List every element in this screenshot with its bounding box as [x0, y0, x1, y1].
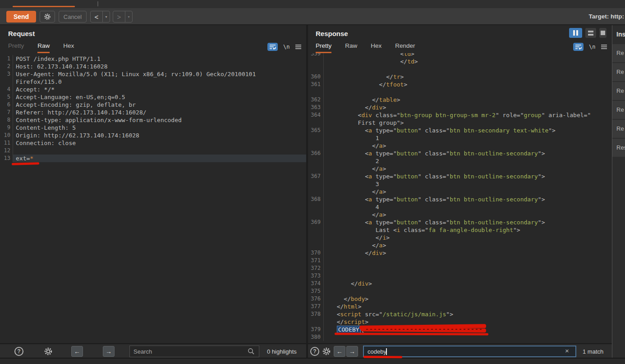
layout-rows-icon[interactable]: [585, 28, 596, 38]
line-number: 369: [308, 218, 321, 226]
response-panel: Response PrettyRawHexRender \n 359360361…: [308, 25, 612, 343]
code-line: </a>: [330, 211, 612, 218]
line-number: 5: [0, 93, 10, 101]
request-search-result-count: 0 highlights: [267, 348, 297, 355]
tab-pretty[interactable]: Pretty: [8, 42, 24, 53]
line-number: 375: [308, 287, 321, 295]
code-line: </body>: [330, 295, 612, 303]
code-line: ext=*: [13, 155, 306, 162]
code-line: </tr>: [330, 73, 612, 81]
line-number: 362: [308, 96, 321, 104]
word-wrap-icon[interactable]: [573, 43, 584, 51]
send-button[interactable]: Send: [6, 11, 36, 23]
request-panel-title: Request: [8, 30, 35, 37]
response-panel-title: Response: [316, 30, 348, 37]
line-number: 372: [308, 264, 321, 272]
line-number: 13: [0, 155, 10, 162]
request-search-input[interactable]: [129, 346, 259, 357]
code-line: [330, 65, 612, 73]
inspector-section-row[interactable]: Re: [612, 120, 625, 138]
code-line: </html>: [330, 303, 612, 310]
tab-pretty[interactable]: Pretty: [316, 42, 331, 53]
line-number: [308, 203, 321, 211]
line-number: 10: [0, 132, 10, 139]
cancel-button[interactable]: Cancel: [59, 11, 87, 23]
search-settings-icon[interactable]: [43, 346, 53, 356]
tab-hex[interactable]: Hex: [63, 42, 74, 53]
request-editor[interactable]: 12345678910111213 POST /index.php HTTP/1…: [0, 55, 306, 342]
search-match-highlight: CODEBY: [337, 326, 361, 333]
editor-menu-icon[interactable]: [295, 44, 302, 50]
line-number: 378: [308, 310, 321, 318]
tab-raw[interactable]: Raw: [37, 42, 50, 53]
line-number: [308, 226, 321, 234]
code-line: Content-Length: 5: [16, 124, 306, 132]
line-number: 6: [0, 101, 10, 109]
inspector-section-row[interactable]: Res: [612, 139, 625, 157]
inspector-title: Ins: [616, 31, 625, 38]
response-code: <td> </td> </tr> </tfoot> </table> </div…: [324, 53, 612, 341]
line-number: 7: [0, 109, 10, 116]
line-number: 368: [308, 196, 321, 203]
repeater-toolbar: Send Cancel < ▾ > ▾ Target: http:: [0, 8, 625, 25]
code-line: Host: 62.173.140.174:16028: [16, 63, 306, 70]
response-search-input[interactable]: [363, 346, 576, 357]
clear-search-icon[interactable]: ×: [565, 347, 569, 355]
show-newlines-icon[interactable]: \n: [283, 44, 290, 50]
code-line: Accept-Language: en-US,en;q=0.5: [16, 93, 306, 101]
code-line: Firefox/115.0: [16, 78, 306, 86]
line-number: 4: [0, 86, 10, 93]
next-match-button[interactable]: →: [103, 346, 115, 357]
line-number: 366: [308, 150, 321, 157]
line-number: 377: [308, 303, 321, 310]
code-line: [330, 88, 612, 96]
back-arrow-label: <: [91, 11, 102, 22]
request-code: POST /index.php HTTP/1.1Host: 62.173.140…: [13, 55, 306, 162]
line-number: 364: [308, 111, 321, 119]
line-number: 12: [0, 147, 10, 155]
code-line: 4: [330, 203, 612, 211]
burp-repeater-window: Send Cancel < ▾ > ▾ Target: http: Reques…: [0, 0, 625, 364]
line-number: 361: [308, 81, 321, 88]
layout-columns-icon[interactable]: [569, 28, 582, 38]
forward-dropdown-icon[interactable]: ▾: [125, 11, 132, 22]
word-wrap-icon[interactable]: [267, 43, 278, 51]
inspector-section-row[interactable]: Re: [612, 44, 625, 62]
repeater-tab-strip[interactable]: [0, 0, 625, 8]
line-number: [308, 119, 321, 127]
line-number: [308, 188, 321, 196]
inspector-section-row[interactable]: Re: [612, 63, 625, 81]
code-line: Accept-Encoding: gzip, deflate, br: [16, 101, 306, 109]
help-icon[interactable]: ?: [14, 347, 23, 356]
inspector-section-row[interactable]: Re: [612, 82, 625, 100]
search-settings-icon[interactable]: [322, 346, 331, 356]
show-newlines-icon[interactable]: \n: [589, 44, 595, 50]
layout-single-icon[interactable]: [599, 28, 607, 38]
code-line: </tfoot>: [330, 81, 612, 88]
previous-match-button[interactable]: ←: [71, 346, 83, 357]
code-line: POST /index.php HTTP/1.1: [16, 55, 306, 63]
tab-raw[interactable]: Raw: [345, 42, 357, 53]
code-line: </a>: [330, 165, 612, 173]
line-number: 359: [308, 53, 321, 58]
history-forward-button[interactable]: > ▾: [113, 11, 133, 23]
code-line: </td>: [330, 58, 612, 65]
help-icon[interactable]: ?: [310, 347, 319, 356]
history-back-button[interactable]: < ▾: [90, 11, 110, 23]
line-number: 3: [0, 70, 10, 78]
line-number: 371: [308, 257, 321, 264]
tab-render[interactable]: Render: [395, 42, 415, 53]
code-line: </div>: [330, 249, 612, 257]
gear-icon: [43, 13, 51, 21]
response-viewer[interactable]: 3593603613623633643653663673683693703713…: [308, 53, 612, 342]
previous-match-button[interactable]: ←: [334, 346, 345, 357]
tab-hex[interactable]: Hex: [371, 42, 381, 53]
back-dropdown-icon[interactable]: ▾: [102, 11, 110, 22]
request-tabs: PrettyRawHex: [8, 42, 74, 53]
next-match-button[interactable]: →: [346, 346, 358, 357]
code-line: Last <i class="fa fa-angle-double-right"…: [330, 226, 612, 234]
inspector-section-row[interactable]: Re: [612, 101, 625, 119]
send-settings-button[interactable]: [40, 11, 55, 23]
line-number: [308, 180, 321, 188]
editor-menu-icon[interactable]: [601, 44, 607, 50]
